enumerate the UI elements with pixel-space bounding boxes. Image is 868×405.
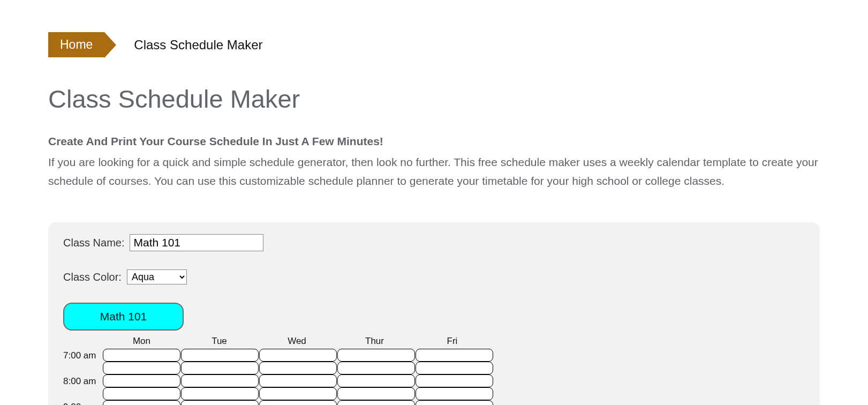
schedule-cell[interactable] — [181, 387, 259, 400]
class-chip[interactable]: Math 101 — [63, 303, 184, 331]
schedule-cell[interactable] — [337, 349, 415, 362]
class-name-label: Class Name: — [63, 237, 124, 249]
schedule-cell[interactable] — [259, 387, 337, 400]
day-header-tue: Tue — [180, 336, 258, 349]
schedule-cell[interactable] — [103, 349, 180, 362]
breadcrumb: Home Class Schedule Maker — [48, 32, 820, 57]
schedule-cell[interactable] — [337, 362, 415, 374]
schedule-grid: Mon Tue Wed Thur Fri 7:00 am — [63, 336, 805, 405]
time-label: 8:00 am — [63, 374, 103, 387]
day-header-mon: Mon — [103, 336, 180, 349]
schedule-cell[interactable] — [416, 362, 493, 374]
schedule-cell[interactable] — [337, 387, 415, 400]
time-row-0: 7:00 am — [63, 349, 805, 374]
schedule-cell[interactable] — [259, 400, 337, 405]
schedule-cell[interactable] — [181, 374, 259, 387]
page-title: Class Schedule Maker — [48, 84, 820, 114]
schedule-cell[interactable] — [103, 374, 180, 387]
schedule-cell[interactable] — [259, 349, 337, 362]
schedule-cell[interactable] — [416, 387, 493, 400]
class-color-row: Class Color: Aqua — [63, 269, 805, 284]
time-row-2: 9:00 am — [63, 400, 805, 405]
schedule-cell[interactable] — [259, 374, 337, 387]
day-header-thur: Thur — [336, 336, 413, 349]
day-headers: Mon Tue Wed Thur Fri — [103, 336, 805, 349]
schedule-cell[interactable] — [337, 374, 415, 387]
time-label: 7:00 am — [63, 349, 103, 361]
schedule-panel: Class Name: Class Color: Aqua Math 101 M… — [48, 222, 820, 405]
schedule-cell[interactable] — [416, 349, 493, 362]
time-label: 9:00 am — [63, 400, 103, 405]
class-name-row: Class Name: — [63, 234, 805, 251]
class-color-select[interactable]: Aqua — [127, 269, 187, 284]
day-header-wed: Wed — [258, 336, 336, 349]
schedule-cell[interactable] — [259, 362, 337, 374]
breadcrumb-home-link[interactable]: Home — [48, 32, 104, 57]
schedule-cell[interactable] — [103, 387, 180, 400]
schedule-cell[interactable] — [103, 362, 180, 374]
class-color-label: Class Color: — [63, 271, 122, 283]
day-header-fri: Fri — [413, 336, 491, 349]
breadcrumb-current: Class Schedule Maker — [134, 38, 262, 52]
time-row-1: 8:00 am — [63, 374, 805, 400]
description-text: If you are looking for a quick and simpl… — [48, 153, 820, 190]
schedule-cell[interactable] — [416, 374, 493, 387]
schedule-cell[interactable] — [181, 349, 259, 362]
schedule-cell[interactable] — [103, 400, 180, 405]
schedule-cell[interactable] — [181, 362, 259, 374]
schedule-cell[interactable] — [337, 400, 415, 405]
schedule-cell[interactable] — [416, 400, 493, 405]
schedule-cell[interactable] — [181, 400, 259, 405]
class-name-input[interactable] — [130, 234, 263, 251]
lead-text: Create And Print Your Course Schedule In… — [48, 135, 820, 148]
